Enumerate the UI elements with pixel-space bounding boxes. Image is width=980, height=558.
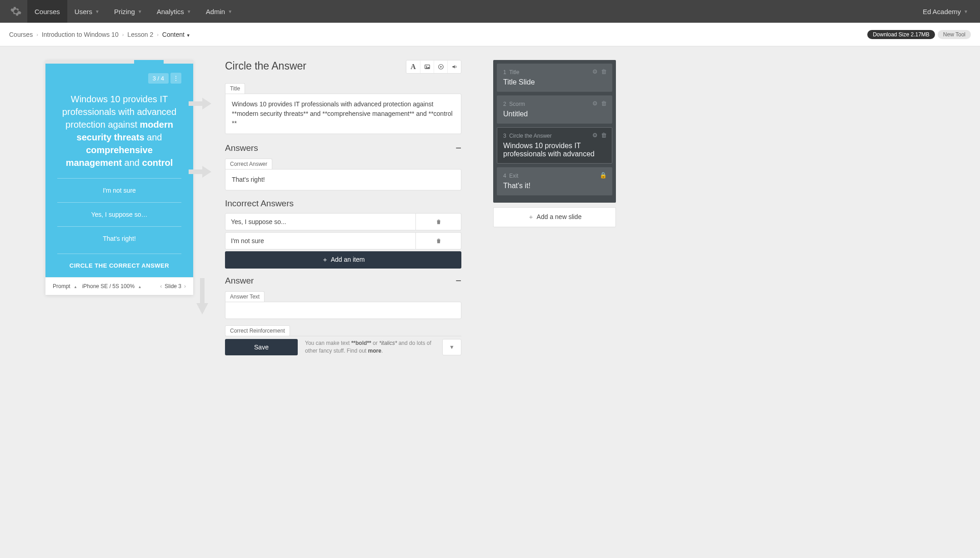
caret-icon: ▼ [186,33,190,38]
answer-option[interactable]: That's right! [57,226,181,250]
hint-bold: **bold** [351,340,371,346]
title-format-toolbar: A [406,60,461,74]
slide-type: Circle the Answer [509,133,551,139]
stmt-text: and [145,132,162,142]
add-slide-label: Add a new slide [537,213,582,220]
hint-more-link[interactable]: more [368,348,381,354]
correct-answer-label: Correct Answer [225,159,272,169]
add-item-button[interactable]: ＋Add an item [225,251,461,269]
more-menu-icon[interactable]: ⋮ [170,73,181,84]
slide-counter: 3 / 4 [148,73,169,84]
nav-users-label: Users [75,8,92,15]
formatting-hint: You can make text **bold** or *italics* … [305,339,435,355]
answer-section-heading: Answer [225,276,254,286]
nav-prizing[interactable]: Prizing▼ [107,0,150,23]
zoom-label: 100% [120,283,135,289]
reinforcement-label: Correct Reinforcement [225,325,290,336]
gear-icon[interactable]: ⚙ [592,100,598,107]
crumb-course[interactable]: Introduction to Windows 10 [42,31,119,38]
gear-icon[interactable]: ⚙ [592,68,598,75]
zoom-dropdown[interactable]: 100% ▲ [120,283,143,289]
video-icon[interactable] [434,60,447,73]
device-label: iPhone SE / 5S [82,283,119,289]
svg-marker-6 [440,66,442,68]
slide-editor: A Circle the Answer Title Windows 10 pro… [220,60,466,355]
workspace: 3 / 4 ⋮ Windows 10 provides IT professio… [0,46,980,374]
plus-icon: ＋ [322,256,328,263]
save-options-dropdown[interactable]: ▼ [442,339,461,355]
save-button[interactable]: Save [225,339,298,355]
delete-answer-button[interactable] [416,213,461,230]
slide-card[interactable]: ⚙ 🗑 1 Title Title Slide [497,64,612,92]
gear-icon[interactable]: ⚙ [592,132,598,139]
nav-analytics-label: Analytics [157,8,184,15]
prev-slide-icon[interactable]: ‹ [160,283,162,289]
incorrect-answer-field[interactable]: I'm not sure [225,232,416,249]
caret-icon: ▼ [95,9,100,14]
preview-tab-active [134,60,164,64]
caret-icon: ▼ [187,9,191,14]
breadcrumb-bar: Courses › Introduction to Windows 10 › L… [0,23,980,46]
device-dropdown[interactable]: iPhone SE / 5S [82,283,119,289]
font-icon[interactable]: A [406,60,420,73]
audio-icon[interactable] [447,60,461,73]
crumb-sep: › [122,32,124,37]
download-size-badge: Download Size 2.17MB [867,30,935,39]
hint-italic: *italics* [379,340,397,346]
prompt-dropdown[interactable]: Prompt ▲ [53,283,79,289]
trash-icon[interactable]: 🗑 [601,68,607,75]
incorrect-answer-row: Yes, I suppose so... [225,213,461,230]
slide-num: 4 [503,173,506,179]
content-dropdown[interactable]: Content ▼ [162,31,190,38]
phone-screen: 3 / 4 ⋮ Windows 10 provides IT professio… [45,64,193,277]
question-instruction: CIRCLE THE CORRECT ANSWER [57,254,181,273]
slide-type: Scorm [509,101,525,107]
slide-card-active[interactable]: ⚙ 🗑 3 Circle the Answer Windows 10 provi… [497,127,612,164]
crumb-sep: › [157,32,159,37]
incorrect-answer-field[interactable]: Yes, I suppose so... [225,213,416,230]
slide-card[interactable]: 🔒 4 Exit That's it! [497,167,612,195]
answer-text-field[interactable] [225,302,461,319]
svg-point-4 [426,66,427,67]
delete-answer-button[interactable] [416,232,461,249]
slide-title: That's it! [503,182,606,190]
slide-card[interactable]: ⚙ 🗑 2 Scorm Untitled [497,95,612,124]
title-field[interactable]: Windows 10 provides IT professionals wit… [225,94,461,134]
collapse-icon[interactable]: − [455,275,461,287]
next-slide-icon[interactable]: › [184,283,186,289]
title-field-label: Title [225,83,245,94]
slide-title: Windows 10 provides IT professionals wit… [503,142,606,158]
trash-icon[interactable]: 🗑 [601,100,607,107]
answer-option[interactable]: Yes, I suppose so… [57,202,181,226]
crumb-sep: › [36,32,38,37]
svg-marker-0 [189,98,211,110]
slide-num: 1 [503,69,506,75]
arrow-icon [189,96,211,114]
user-menu[interactable]: Ed Academy▼ [915,0,975,23]
correct-answer-field[interactable]: That's right! [225,169,461,190]
slide-title: Title Slide [503,78,606,86]
nav-admin-label: Admin [206,8,225,15]
crumb-courses[interactable]: Courses [9,31,33,38]
arrow-down-icon [195,278,209,318]
answers-section-heading: Answers [225,143,258,153]
preview-toolbar: Prompt ▲ iPhone SE / 5S 100% ▲ ‹ Slide 3… [45,277,193,295]
nav-admin[interactable]: Admin▼ [199,0,240,23]
new-tool-badge[interactable]: New Tool [938,30,971,39]
collapse-icon[interactable]: − [455,142,461,154]
slide-num: 3 [503,133,506,139]
stmt-bold: control [142,158,173,168]
caret-up-icon: ▲ [74,285,77,289]
app-icon[interactable] [10,5,22,17]
add-item-label: Add an item [331,256,365,263]
trash-icon[interactable]: 🗑 [601,132,607,139]
answer-option[interactable]: I'm not sure [57,178,181,202]
arrow-icon [189,164,211,182]
nav-courses[interactable]: Courses [27,0,67,23]
add-slide-button[interactable]: ＋Add a new slide [493,207,616,227]
nav-users[interactable]: Users▼ [67,0,107,23]
nav-analytics[interactable]: Analytics▼ [150,0,199,23]
user-name: Ed Academy [923,8,961,15]
crumb-lesson[interactable]: Lesson 2 [127,31,153,38]
image-icon[interactable] [420,60,434,73]
